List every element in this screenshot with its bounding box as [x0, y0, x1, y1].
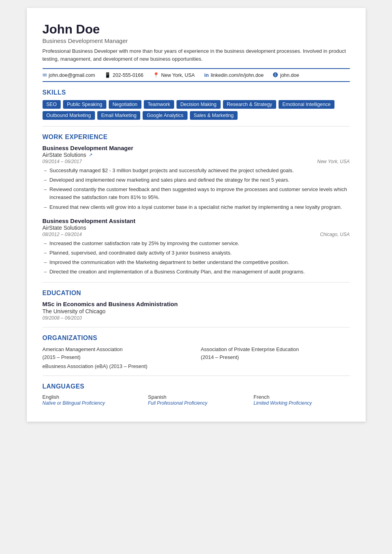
skills-title: SKILLS	[43, 89, 350, 96]
job-meta-row: 08/2012 – 09/2014Chicago, USA	[43, 232, 350, 237]
external-link-icon: ↗	[89, 152, 93, 158]
job-bullet: Developed and implemented new marketing …	[43, 176, 350, 184]
languages-title: LANGUAGES	[43, 383, 350, 390]
job-entry: Business Development ManagerAirState Sol…	[43, 145, 350, 211]
language-entry: SpanishFull Professional Proficiency	[148, 394, 244, 406]
language-name: Spanish	[148, 394, 244, 400]
phone-icon: 📱	[104, 72, 111, 78]
org-name: American Management Association	[43, 346, 123, 352]
job-company-row: AirState Solutions↗	[43, 152, 350, 158]
resume-document: John Doe Business Development Manager Pr…	[27, 8, 366, 422]
job-company: AirState Solutions	[43, 225, 86, 231]
contact-linkedin: in linkedin.com/in/john.doe	[204, 72, 264, 78]
organizations-section: ORGANIZATIONS American Management Associ…	[43, 335, 350, 369]
job-entry: Business Development AssistantAirState S…	[43, 218, 350, 276]
skill-tag: SEO	[43, 100, 61, 109]
contact-skype: 🅢 john.doe	[273, 72, 299, 78]
contact-bar: ✉ john.doe@gmail.com 📱 202-555-0166 📍 Ne…	[43, 68, 350, 82]
language-name: English	[43, 394, 139, 400]
organizations-title: ORGANIZATIONS	[43, 335, 350, 342]
job-bullets: Increased the customer satisfaction rate…	[43, 240, 350, 276]
job-bullet: Increased the customer satisfaction rate…	[43, 240, 350, 247]
job-dates: 08/2012 – 09/2014	[43, 232, 82, 237]
skill-tag: Research & Strategy	[223, 100, 276, 109]
skill-tag: Google Analytics	[143, 111, 187, 120]
org-extra: eBusiness Association (eBA) (2013 – Pres…	[43, 363, 350, 369]
job-bullet: Planned, supervised, and coordinated dai…	[43, 249, 350, 257]
skill-tag: Teamwork	[144, 100, 174, 109]
job-dates: 09/2014 – 06/2017	[43, 159, 82, 164]
job-title: Business Development Manager	[43, 145, 350, 151]
linkedin-icon: in	[204, 72, 209, 78]
email-icon: ✉	[43, 72, 47, 78]
job-title: Business Development Assistant	[43, 218, 350, 224]
language-name: French	[254, 394, 350, 400]
job-bullet: Reviewed constantly the customer feedbac…	[43, 186, 350, 201]
language-entry: FrenchLimited Working Proficiency	[254, 394, 350, 406]
header-section: John Doe Business Development Manager Pr…	[43, 22, 350, 63]
skill-tag: Sales & Marketing	[190, 111, 238, 120]
candidate-name: John Doe	[43, 22, 350, 37]
job-location: New York, USA	[317, 159, 349, 164]
contact-location: 📍 New York, USA	[153, 72, 195, 78]
job-bullet: Ensured that new clients will grow into …	[43, 203, 350, 211]
job-bullets: Successfully managed $2 - 3 million budg…	[43, 167, 350, 211]
job-bullet: Successfully managed $2 - 3 million budg…	[43, 167, 350, 175]
languages-section: LANGUAGES EnglishNative or Bilingual Pro…	[43, 383, 350, 406]
skype-icon: 🅢	[273, 72, 278, 78]
language-entry: EnglishNative or Bilingual Proficiency	[43, 394, 139, 406]
divider-skills-work	[43, 126, 350, 126]
education-entry: MSc in Economics and Business Administra…	[43, 301, 350, 321]
job-bullet: Directed the creation and implementation…	[43, 268, 350, 276]
org-name: Association of Private Enterprise Educat…	[201, 346, 299, 352]
skill-tag: Negotiation	[109, 100, 141, 109]
divider-work-edu	[43, 282, 350, 283]
job-bullet: Improved the communication with the Mark…	[43, 258, 350, 266]
org-years: (2014 – Present)	[201, 354, 239, 360]
job-company-row: AirState Solutions	[43, 225, 350, 231]
skill-tag: Emotional Intelligence	[279, 100, 334, 109]
contact-phone: 📱 202-555-0166	[104, 72, 143, 78]
divider-edu-orgs	[43, 327, 350, 327]
skills-section: SKILLS SEOPublic SpeakingNegotiationTeam…	[43, 89, 350, 120]
edu-school: The University of Chicago	[43, 308, 350, 314]
contact-email: ✉ john.doe@gmail.com	[43, 72, 95, 78]
education-title: EDUCATION	[43, 290, 350, 297]
job-meta-row: 09/2014 – 06/2017New York, USA	[43, 159, 350, 164]
job-company: AirState Solutions	[43, 152, 86, 158]
work-experience-title: WORK EXPERIENCE	[43, 134, 350, 141]
skill-tag: Decision Making	[176, 100, 221, 109]
location-icon: 📍	[153, 72, 159, 78]
divider-orgs-lang	[43, 376, 350, 376]
language-level: Full Professional Proficiency	[148, 400, 244, 406]
skill-tag: Email Marketing	[97, 111, 141, 120]
candidate-summary: Professional Business Developer with mor…	[43, 47, 350, 63]
job-location: Chicago, USA	[320, 232, 349, 237]
org-item: Association of Private Enterprise Educat…	[201, 346, 350, 361]
education-section: EDUCATION MSc in Economics and Business …	[43, 290, 350, 321]
skill-tag: Public Speaking	[63, 100, 106, 109]
language-level: Limited Working Proficiency	[254, 400, 350, 406]
language-level: Native or Bilingual Proficiency	[43, 400, 139, 406]
skill-tag: Outbound Marketing	[43, 111, 95, 120]
candidate-title: Business Development Manager	[43, 37, 350, 44]
edu-dates: 09/2008 – 06/2010	[43, 315, 350, 321]
org-years: (2015 – Present)	[43, 354, 81, 360]
skills-list: SEOPublic SpeakingNegotiationTeamworkDec…	[43, 100, 350, 120]
org-item: American Management Association(2015 – P…	[43, 346, 191, 361]
edu-degree: MSc in Economics and Business Administra…	[43, 301, 350, 307]
work-experience-section: WORK EXPERIENCE Business Development Man…	[43, 134, 350, 276]
